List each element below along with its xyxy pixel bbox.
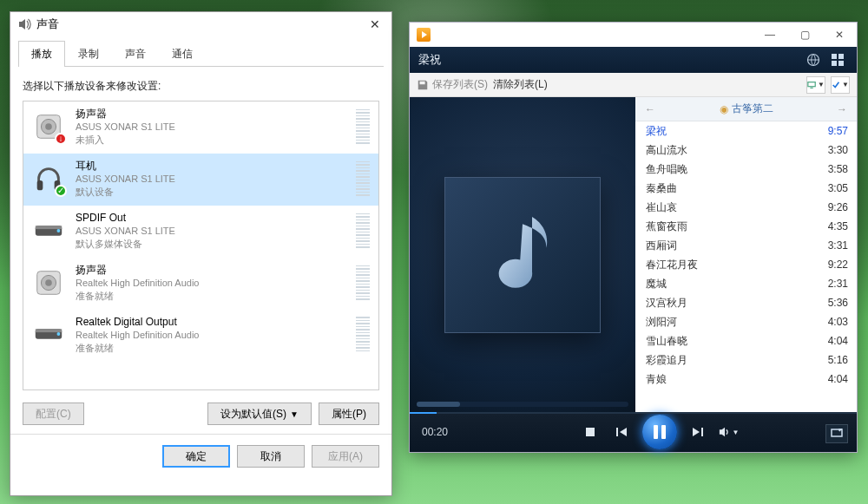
playlist-next-button[interactable]: → [834,103,850,115]
configure-button[interactable]: 配置(C) [23,403,84,425]
svg-rect-15 [832,54,837,59]
playlist-check-button[interactable]: ▼ [831,76,850,94]
seek-bar[interactable] [410,412,857,414]
clear-list-button[interactable]: 清除列表(L) [493,77,548,92]
device-item[interactable]: 扬声器 Realtek High Definition Audio 准备就绪 [23,258,378,310]
track-row[interactable]: 汉宫秋月5:36 [635,293,857,312]
svg-rect-12 [36,330,62,333]
track-duration: 4:04 [815,371,848,387]
svg-point-10 [45,279,52,286]
playlist-prev-button[interactable]: ← [642,103,658,115]
track-row[interactable]: 春江花月夜9:22 [635,255,857,274]
track-duration: 3:30 [815,142,848,158]
switch-view-icon[interactable] [827,49,848,70]
track-name: 蕉窗夜雨 [646,219,815,234]
save-list-label: 保存列表(S) [432,77,488,92]
track-row[interactable]: 彩霞追月5:16 [635,350,857,370]
player-titlebar: — ▢ ✕ [410,23,857,47]
properties-button[interactable]: 属性(P) [319,403,379,425]
svg-point-13 [57,333,61,337]
next-track-button[interactable] [687,422,708,442]
player-main: ← ◉ 古筝第二 → 梁祝9:57高山流水3:30鱼舟唱晚3:58秦桑曲3:05… [410,97,857,412]
track-duration: 3:31 [815,238,848,253]
track-duration: 3:58 [815,161,848,177]
track-row[interactable]: 雪山春晓4:04 [635,331,857,350]
apply-button[interactable]: 应用(A) [312,445,379,468]
track-name: 雪山春晓 [646,333,815,349]
device-text: Realtek Digital Output Realtek High Defi… [76,315,345,355]
album-art [444,177,601,333]
tab-playback[interactable]: 播放 [18,41,65,67]
tab-comm[interactable]: 通信 [159,41,206,67]
track-row[interactable]: 梁祝9:57 [635,121,857,141]
device-status: 默认多媒体设备 [76,238,345,251]
player-top-bar: 梁祝 [410,47,857,73]
svg-point-2 [45,123,52,130]
device-driver: Realtek High Definition Audio [76,329,345,342]
volume-button[interactable]: ▼ [719,422,740,442]
track-name: 西厢词 [646,238,815,253]
svg-rect-19 [808,82,815,86]
track-row[interactable]: 浏阳河4:03 [635,312,857,331]
track-row[interactable]: 崔山哀9:26 [635,198,857,217]
music-note-icon [483,207,562,303]
prev-track-button[interactable] [611,422,632,442]
playback-tab-body: 选择以下播放设备来修改设置: ↓ 扬声器 ASUS XONAR S1 LITE … [10,67,391,434]
album-scrollbar[interactable] [417,402,628,407]
playlist-options-button[interactable]: ▼ [806,76,825,94]
monitor-icon [807,80,816,90]
maximize-button[interactable]: ▢ [787,24,822,45]
wmp-icon [417,28,431,42]
track-row[interactable]: 西厢词3:31 [635,236,857,255]
stop-button[interactable] [580,422,601,442]
device-text: 扬声器 Realtek High Definition Audio 准备就绪 [76,263,345,303]
svg-rect-20 [586,428,595,436]
minimize-button[interactable]: — [753,24,787,45]
now-playing-title: 梁祝 [418,52,441,68]
track-row[interactable]: 魔城2:31 [635,274,857,293]
chevron-down-icon: ▼ [818,81,825,88]
cancel-button[interactable]: 取消 [237,445,305,468]
device-name: 扬声器 [76,107,345,121]
track-name: 秦桑曲 [646,180,815,196]
tab-sounds[interactable]: 声音 [112,41,159,67]
device-text: 耳机 ASUS XONAR S1 LITE 默认设备 [76,159,345,199]
track-list: 梁祝9:57高山流水3:30鱼舟唱晚3:58秦桑曲3:05崔山哀9:26蕉窗夜雨… [635,121,857,412]
disc-icon: ◉ [720,103,728,115]
close-button[interactable]: ✕ [364,16,386,33]
play-pause-button[interactable] [642,415,677,449]
device-text: 扬声器 ASUS XONAR S1 LITE 未插入 [76,107,345,147]
level-meter [356,265,370,300]
tab-recording[interactable]: 录制 [65,41,112,67]
headphone-icon: ✓ [32,162,65,195]
ok-button[interactable]: 确定 [162,445,230,468]
device-item[interactable]: ↓ 扬声器 ASUS XONAR S1 LITE 未插入 [23,101,378,154]
svg-rect-17 [832,61,837,66]
device-item[interactable]: ✓ 耳机 ASUS XONAR S1 LITE 默认设备 [23,154,378,206]
globe-icon[interactable] [803,49,824,70]
track-row[interactable]: 鱼舟唱晚3:58 [635,160,857,179]
device-list: ↓ 扬声器 ASUS XONAR S1 LITE 未插入 ✓ 耳机 ASUS X… [23,101,379,390]
device-item[interactable]: Realtek Digital Output Realtek High Defi… [23,310,378,362]
device-button-row: 配置(C) 设为默认值(S) ▼ 属性(P) [23,403,379,425]
svg-rect-3 [37,180,43,190]
track-row[interactable]: 青娘4:04 [635,370,857,389]
playlist-header: ← ◉ 古筝第二 → [635,97,857,121]
track-name: 春江花月夜 [646,257,815,272]
close-button[interactable]: ✕ [822,24,857,45]
track-row[interactable]: 蕉窗夜雨4:35 [635,217,857,236]
device-item[interactable]: SPDIF Out ASUS XONAR S1 LITE 默认多媒体设备 [23,206,378,258]
track-name: 彩霞追月 [646,352,815,368]
device-driver: ASUS XONAR S1 LITE [76,225,345,238]
track-row[interactable]: 秦桑曲3:05 [635,179,857,198]
switch-mode-button[interactable] [825,424,848,443]
track-row[interactable]: 高山流水3:30 [635,141,857,160]
track-duration: 5:16 [815,352,848,368]
level-meter [356,317,370,351]
save-list-button[interactable]: 保存列表(S) [417,77,488,92]
set-default-button[interactable]: 设为默认值(S) ▼ [207,403,312,425]
track-duration: 4:03 [815,314,848,330]
playlist-title-text: 古筝第二 [732,101,773,116]
track-name: 崔山哀 [646,200,815,215]
level-meter [356,109,370,144]
